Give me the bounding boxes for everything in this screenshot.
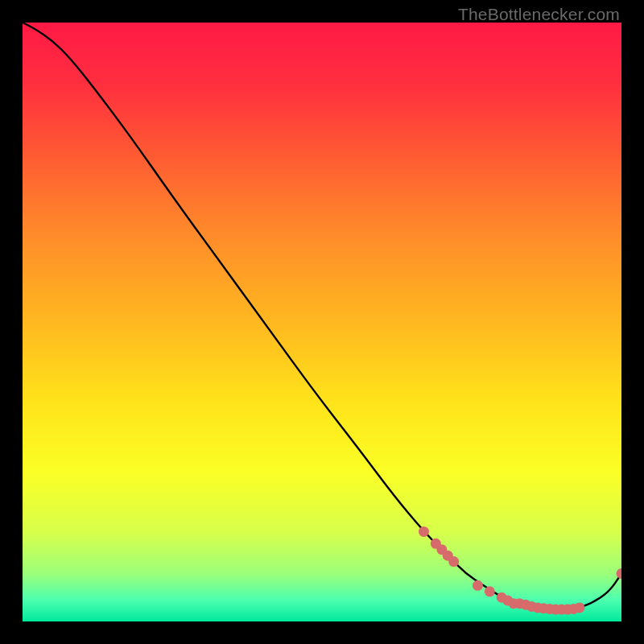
data-point <box>419 526 429 537</box>
chart-frame <box>23 23 621 621</box>
data-point <box>473 580 483 591</box>
chart-svg <box>23 23 621 621</box>
data-point <box>448 556 459 567</box>
data-point <box>485 586 495 597</box>
watermark-text: TheBottlenecker.com <box>458 5 620 24</box>
data-point <box>574 602 584 613</box>
plot-area <box>23 23 621 621</box>
